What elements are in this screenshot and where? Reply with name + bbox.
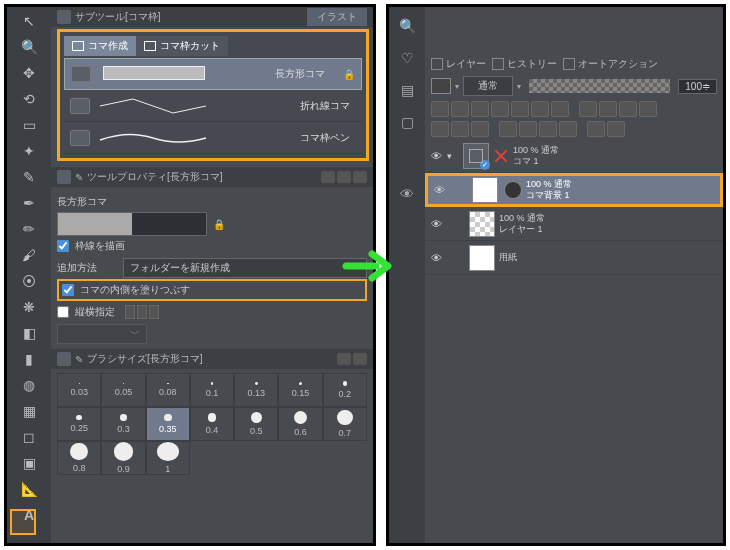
opacity-value[interactable]: 100≑ bbox=[678, 79, 717, 94]
layer-btn[interactable] bbox=[431, 121, 449, 137]
layer-color-swatch[interactable] bbox=[431, 78, 451, 94]
brush-size-cell[interactable]: 0.2 bbox=[323, 373, 367, 407]
brush-size-cell[interactable]: 0.03 bbox=[57, 373, 101, 407]
visible-icon[interactable]: 👁 bbox=[398, 185, 416, 203]
layer-btn[interactable] bbox=[531, 101, 549, 117]
subtool-tab-create[interactable]: コマ作成 bbox=[64, 36, 136, 56]
brush-size-cell[interactable]: 0.25 bbox=[57, 407, 101, 441]
layer-btn[interactable] bbox=[431, 101, 449, 117]
eyedropper-icon[interactable]: ✎ bbox=[19, 167, 39, 187]
search-icon[interactable]: 🔍 bbox=[398, 17, 416, 35]
menu-icon[interactable] bbox=[57, 170, 71, 184]
layer-btn[interactable] bbox=[451, 121, 469, 137]
blend-icon[interactable]: ▮ bbox=[19, 349, 39, 369]
brush-size-label: 0.1 bbox=[206, 388, 219, 398]
decoration-icon[interactable]: ❋ bbox=[19, 297, 39, 317]
fill-icon[interactable]: ◍ bbox=[19, 375, 39, 395]
gradient-icon[interactable]: ▦ bbox=[19, 401, 39, 421]
add-method-dropdown[interactable]: フォルダーを新規作成﹀ bbox=[123, 258, 367, 278]
layer-btn[interactable] bbox=[607, 121, 625, 137]
tab-illust[interactable]: イラスト bbox=[307, 8, 367, 26]
brush-size-cell[interactable]: 0.7 bbox=[323, 407, 367, 441]
pen-icon[interactable]: ✒ bbox=[19, 193, 39, 213]
brush-size-cell[interactable]: 0.35 bbox=[146, 407, 190, 441]
layer-btn[interactable] bbox=[639, 101, 657, 117]
layer-btn[interactable] bbox=[551, 101, 569, 117]
brush-size-cell[interactable]: 0.4 bbox=[190, 407, 234, 441]
layer-btn[interactable] bbox=[491, 101, 509, 117]
brush-dot-icon bbox=[70, 443, 88, 461]
layer-btn[interactable] bbox=[579, 101, 597, 117]
stepper-icon[interactable]: ≑ bbox=[702, 81, 710, 92]
menu-icon[interactable] bbox=[57, 10, 71, 24]
opacity-slider[interactable] bbox=[529, 79, 670, 93]
visibility-icon[interactable]: 👁 bbox=[429, 252, 443, 264]
subtool-frame-pen[interactable]: コマ枠ペン bbox=[64, 122, 362, 154]
airbrush-icon[interactable]: ⦿ bbox=[19, 271, 39, 291]
wand-icon[interactable]: ✦ bbox=[19, 141, 39, 161]
blend-mode-dropdown[interactable]: 通常 bbox=[463, 76, 513, 96]
fill-inside-checkbox[interactable] bbox=[62, 284, 74, 296]
subtool-rect-frame[interactable]: 長方形コマ 🔒 bbox=[64, 58, 362, 90]
brush-size-cell[interactable]: 0.15 bbox=[278, 373, 322, 407]
pointer-icon[interactable]: ↖ bbox=[19, 11, 39, 31]
layer-row[interactable]: 👁 100 % 通常 レイヤー 1 bbox=[425, 207, 723, 241]
layers-stack-icon[interactable]: ▤ bbox=[398, 81, 416, 99]
menu-icon[interactable] bbox=[57, 352, 71, 366]
layer-btn[interactable] bbox=[559, 121, 577, 137]
layer-btn[interactable] bbox=[499, 121, 517, 137]
layer-btn[interactable] bbox=[511, 101, 529, 117]
swatch-icon[interactable]: ▢ bbox=[398, 113, 416, 131]
brush-size-cell[interactable]: 0.08 bbox=[146, 373, 190, 407]
fold-icon[interactable]: ▾ bbox=[447, 151, 459, 161]
tool-property-title: ツールプロパティ[長方形コマ] bbox=[87, 170, 223, 184]
brush-size-cell[interactable]: 0.8 bbox=[57, 441, 101, 475]
rotate-icon[interactable]: ⟲ bbox=[19, 89, 39, 109]
lock-aspect-checkbox[interactable] bbox=[57, 306, 69, 318]
layer-btn[interactable] bbox=[619, 101, 637, 117]
layer-btn[interactable] bbox=[471, 121, 489, 137]
magnifier-icon[interactable]: 🔍 bbox=[19, 37, 39, 57]
tab-history[interactable]: ヒストリー bbox=[492, 57, 557, 71]
brush-size-cell[interactable]: 0.3 bbox=[101, 407, 145, 441]
marquee-icon[interactable]: ▭ bbox=[19, 115, 39, 135]
eraser-icon[interactable]: ◧ bbox=[19, 323, 39, 343]
layer-btn[interactable] bbox=[539, 121, 557, 137]
subtool-tab-cut[interactable]: コマ枠カット bbox=[136, 36, 228, 56]
draw-border-row[interactable]: 枠線を描画 bbox=[57, 235, 367, 257]
lock-aspect-row[interactable]: 縦横指定 bbox=[57, 301, 367, 323]
heart-icon[interactable]: ♡ bbox=[398, 49, 416, 67]
layer-opacity-label: 100 % 通常 bbox=[526, 179, 572, 190]
tab-autoaction[interactable]: オートアクション bbox=[563, 57, 658, 71]
layer-btn[interactable] bbox=[451, 101, 469, 117]
brush-size-cell[interactable]: 0.05 bbox=[101, 373, 145, 407]
subtool-polyline-frame[interactable]: 折れ線コマ bbox=[64, 90, 362, 122]
brush-size-cell[interactable]: 0.6 bbox=[278, 407, 322, 441]
draw-border-checkbox[interactable] bbox=[57, 240, 69, 252]
fill-inside-row-highlight[interactable]: コマの内側を塗りつぶす bbox=[57, 279, 367, 301]
brush-size-cell[interactable]: 0.9 bbox=[101, 441, 145, 475]
visibility-icon[interactable]: 👁 bbox=[429, 150, 443, 162]
figure-icon[interactable]: ◻ bbox=[19, 427, 39, 447]
layer-row[interactable]: 👁 ▾ ✓ 100 % 通常 コマ 1 bbox=[425, 139, 723, 173]
brush-size-cell[interactable]: 1 bbox=[146, 441, 190, 475]
move-icon[interactable]: ✥ bbox=[19, 63, 39, 83]
brush-size-cell[interactable]: 0.13 bbox=[234, 373, 278, 407]
preview-box[interactable] bbox=[57, 212, 207, 236]
brush-size-cell[interactable]: 0.5 bbox=[234, 407, 278, 441]
chevron-down-icon[interactable]: ▾ bbox=[455, 82, 459, 91]
layer-btn[interactable] bbox=[587, 121, 605, 137]
brush-icon[interactable]: 🖌 bbox=[19, 245, 39, 265]
layer-row[interactable]: 👁 100 % 通常 コマ背景 1 bbox=[425, 173, 723, 207]
layer-btn[interactable] bbox=[471, 101, 489, 117]
layer-btn[interactable] bbox=[599, 101, 617, 117]
brush-size-cell[interactable]: 0.1 bbox=[190, 373, 234, 407]
layer-row[interactable]: 👁 用紙 bbox=[425, 241, 723, 275]
tab-layers[interactable]: レイヤー bbox=[431, 57, 486, 71]
layer-btn[interactable] bbox=[519, 121, 537, 137]
visibility-icon[interactable]: 👁 bbox=[432, 184, 446, 196]
visibility-icon[interactable]: 👁 bbox=[429, 218, 443, 230]
pencil-icon[interactable]: ✏ bbox=[19, 219, 39, 239]
frame-icon[interactable]: ▣ bbox=[19, 453, 39, 473]
ruler-icon[interactable]: 📐 bbox=[19, 479, 39, 499]
